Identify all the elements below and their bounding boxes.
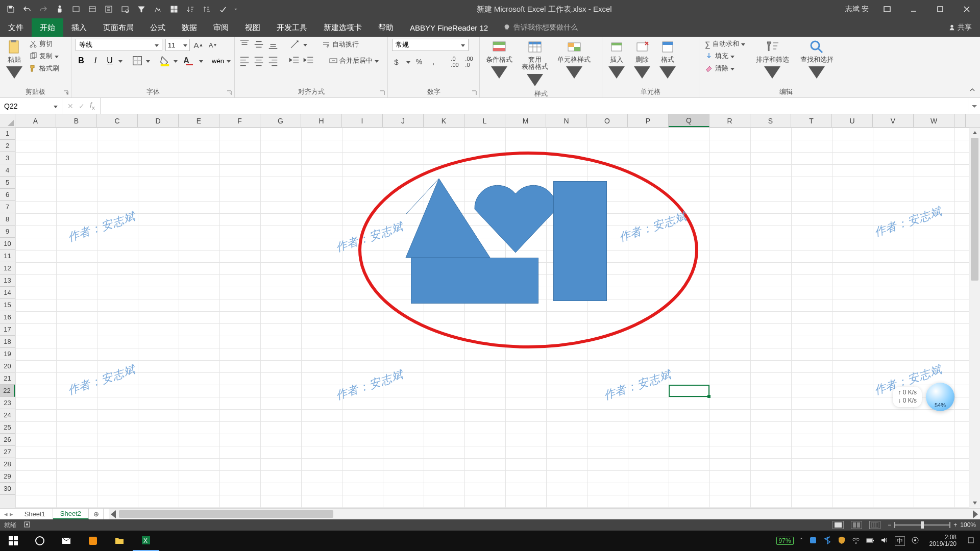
decrease-decimal-icon[interactable]: .00.0 (463, 56, 475, 67)
qat-icon-1[interactable] (70, 4, 82, 15)
touch-mode-icon[interactable] (54, 4, 65, 15)
font-color-dd[interactable] (199, 56, 203, 65)
tab-file[interactable]: 文件 (0, 18, 32, 37)
share-button[interactable]: 共享 (940, 18, 980, 37)
row-header-30[interactable]: 30 (0, 483, 15, 495)
row-header-26[interactable]: 26 (0, 434, 15, 446)
bold-button[interactable]: B (76, 55, 87, 66)
phonetic-dd[interactable] (227, 56, 231, 65)
col-header-E[interactable]: E (179, 114, 219, 127)
scroll-up-icon[interactable] (969, 128, 980, 138)
tab-help[interactable]: 帮助 (370, 18, 402, 37)
qat-icon-5[interactable] (152, 4, 163, 15)
shape-rect-tall[interactable] (553, 181, 607, 301)
row-header-4[interactable]: 4 (0, 164, 15, 177)
row-header-14[interactable]: 14 (0, 287, 15, 299)
tab-data[interactable]: 数据 (174, 18, 205, 37)
battery-icon[interactable] (866, 536, 874, 546)
vscroll-thumb[interactable] (971, 138, 978, 281)
row-header-22[interactable]: 22 (0, 385, 15, 397)
row-header-25[interactable]: 25 (0, 421, 15, 434)
row-header-12[interactable]: 12 (0, 262, 15, 274)
row-header-15[interactable]: 15 (0, 299, 15, 311)
col-header-T[interactable]: T (791, 114, 832, 127)
col-header-B[interactable]: B (56, 114, 97, 127)
col-header-K[interactable]: K (424, 114, 464, 127)
row-header-11[interactable]: 11 (0, 250, 15, 262)
align-right-icon[interactable] (267, 55, 279, 66)
accounting-format-icon[interactable]: $ (392, 56, 403, 67)
col-header-D[interactable]: D (138, 114, 179, 127)
row-header-19[interactable]: 19 (0, 348, 15, 360)
row-header-13[interactable]: 13 (0, 274, 15, 287)
underline-dd[interactable] (118, 56, 122, 65)
col-header-O[interactable]: O (587, 114, 628, 127)
uc-browser-icon[interactable] (80, 531, 106, 551)
increase-font-icon[interactable]: A▲ (193, 39, 204, 51)
row-header-7[interactable]: 7 (0, 201, 15, 213)
col-header-H[interactable]: H (301, 114, 342, 127)
col-header-C[interactable]: C (97, 114, 138, 127)
zoom-out-icon[interactable]: − (888, 521, 891, 529)
tab-review[interactable]: 审阅 (205, 18, 237, 37)
file-explorer-icon[interactable] (106, 531, 133, 551)
sheet-tab-1[interactable]: Sheet1 (17, 509, 53, 519)
wifi-icon[interactable] (852, 536, 860, 546)
minimize-icon[interactable] (903, 0, 924, 18)
row-header-18[interactable]: 18 (0, 336, 15, 348)
border-dd[interactable] (146, 56, 150, 65)
fill-color-dd[interactable] (174, 56, 178, 65)
col-header-A[interactable]: A (15, 114, 56, 127)
paste-button[interactable]: 粘贴 (4, 39, 24, 81)
row-header-23[interactable]: 23 (0, 397, 15, 409)
battery-indicator[interactable]: 97% (776, 537, 794, 545)
align-center-icon[interactable] (253, 55, 264, 66)
merge-center-button[interactable]: 合并后居中 (328, 56, 380, 66)
active-cell[interactable] (669, 385, 709, 397)
scroll-left-icon[interactable] (109, 509, 119, 519)
format-painter-button[interactable]: 格式刷 (28, 63, 61, 73)
sort-asc-icon[interactable] (185, 4, 196, 15)
system-monitor-widget[interactable]: ↑ 0 K/s ↓ 0 K/s (893, 383, 954, 411)
row-header-2[interactable]: 2 (0, 140, 15, 152)
font-dialog-launcher[interactable] (226, 89, 232, 95)
clipboard-dialog-launcher[interactable] (63, 89, 69, 95)
tab-page-layout[interactable]: 页面布局 (95, 18, 142, 37)
undo-icon[interactable] (21, 4, 33, 15)
macro-record-icon[interactable] (23, 521, 31, 530)
number-format-combo[interactable]: 常规 (392, 39, 469, 51)
tell-me-search[interactable]: 告诉我你想要做什么 (496, 18, 585, 37)
cancel-formula-icon[interactable]: ✕ (67, 102, 74, 110)
font-name-combo[interactable]: 等线 (76, 39, 162, 51)
col-header-I[interactable]: I (342, 114, 383, 127)
tab-developer[interactable]: 开发工具 (268, 18, 315, 37)
zoom-in-icon[interactable]: + (953, 521, 957, 529)
hscroll-thumb[interactable] (119, 510, 333, 518)
insert-function-icon[interactable]: fx (90, 101, 95, 111)
col-header-R[interactable]: R (709, 114, 750, 127)
tab-abbyy[interactable]: ABBYY FineReader 12 (402, 18, 496, 37)
horizontal-scrollbar[interactable] (109, 509, 980, 519)
row-header-1[interactable]: 1 (0, 128, 15, 140)
qat-icon-2[interactable] (87, 4, 98, 15)
autosum-button[interactable]: ∑自动求和 (703, 39, 747, 49)
volume-icon[interactable] (880, 536, 889, 546)
col-header-G[interactable]: G (260, 114, 301, 127)
wrap-text-button[interactable]: 自动换行 (321, 39, 360, 49)
tab-view[interactable]: 视图 (237, 18, 268, 37)
orientation-icon[interactable] (289, 39, 300, 50)
format-as-table-button[interactable]: 套用 表格格式 (520, 39, 550, 88)
cells-area[interactable]: 作者：安志斌 作者：安志斌 作者：安志斌 作者：安志斌 作者：安志斌 作者：安志… (15, 128, 969, 508)
copy-button[interactable]: 复制 (28, 51, 60, 61)
comma-format-icon[interactable]: , (428, 56, 439, 67)
row-header-3[interactable]: 3 (0, 152, 15, 164)
row-header-29[interactable]: 29 (0, 470, 15, 483)
border-button[interactable] (132, 55, 143, 66)
underline-button[interactable]: U (104, 55, 115, 66)
formula-input[interactable] (101, 98, 968, 114)
signed-in-user[interactable]: 志斌 安 (845, 5, 871, 14)
start-button[interactable] (0, 531, 27, 551)
page-layout-view-icon[interactable] (851, 521, 862, 529)
col-header-M[interactable]: M (505, 114, 546, 127)
row-header-9[interactable]: 9 (0, 226, 15, 238)
